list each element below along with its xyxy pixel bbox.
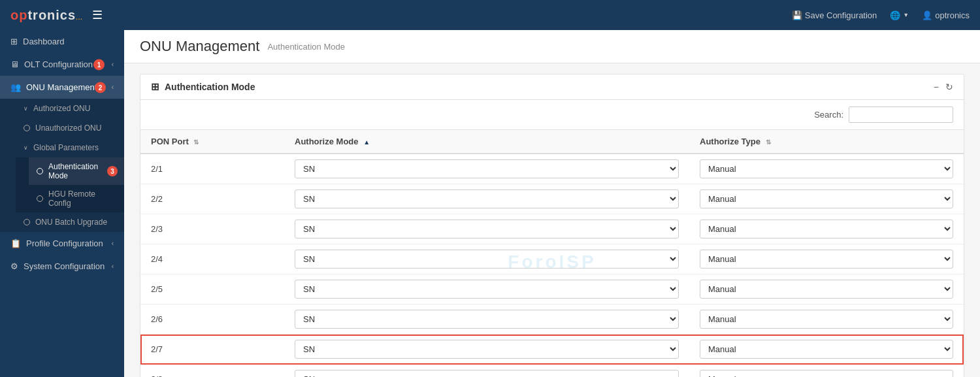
select-authorize-type[interactable]: ManualAuto — [700, 250, 953, 269]
table-row: 2/5SNPasswordSN+PasswordManualAuto — [140, 274, 964, 304]
cell-authorize-type[interactable]: ManualAuto — [689, 184, 964, 214]
select-authorize-type[interactable]: ManualAuto — [700, 310, 953, 329]
globe-icon: 🌐 — [890, 10, 900, 20]
search-label: Search: — [814, 110, 843, 120]
select-authorize-mode[interactable]: SNPasswordSN+Password — [295, 280, 679, 299]
cell-authorize-type[interactable]: ManualAuto — [689, 154, 964, 184]
cell-authorize-mode[interactable]: SNPasswordSN+Password — [284, 184, 689, 214]
sidebar-item-auth-mode[interactable]: Authentication Mode 3 — [29, 157, 124, 185]
select-authorize-type[interactable]: ManualAuto — [700, 280, 953, 299]
cell-authorize-mode[interactable]: SNPasswordSN+Password — [284, 244, 689, 274]
sidebar-item-hgu-remote[interactable]: HGU Remote Config — [29, 185, 124, 212]
logo-area: optronics... ☰ — [10, 8, 103, 23]
top-nav-right: 💾 Save Configuration 🌐 ▼ 👤 optronics — [792, 10, 970, 20]
panel-title-text: Authentication Mode — [165, 82, 255, 92]
top-navigation: optronics... ☰ 💾 Save Configuration 🌐 ▼ … — [0, 0, 980, 30]
select-authorize-type[interactable]: ManualAuto — [700, 159, 953, 178]
cell-authorize-mode[interactable]: SNPasswordSN+Password — [284, 274, 689, 304]
col-authorize-type[interactable]: Authorize Type ⇅ — [689, 130, 964, 154]
sidebar-label-onu-batch: ONU Batch Upgrade — [35, 218, 107, 227]
search-bar: Search: — [140, 100, 964, 130]
sidebar-label-hgu-remote: HGU Remote Config — [48, 189, 116, 208]
cell-pon-port: 2/4 — [140, 244, 284, 274]
sidebar-item-dashboard[interactable]: ⊞ Dashboard — [0, 30, 124, 53]
profile-chevron: ‹ — [112, 240, 114, 247]
sidebar-label-global-params: Global Parameters — [33, 143, 99, 152]
system-chevron: ‹ — [112, 263, 114, 270]
select-authorize-type[interactable]: ManualAuto — [700, 189, 953, 208]
select-authorize-type[interactable]: ManualAuto — [700, 220, 953, 238]
select-authorize-mode[interactable]: SNPasswordSN+Password — [295, 189, 679, 208]
sidebar-item-olt-config[interactable]: 🖥 OLT Configuration 1 ‹ — [0, 53, 124, 76]
cell-authorize-type[interactable]: ManualAuto — [689, 335, 964, 365]
table-header-row: PON Port ⇅ Authorize Mode ▲ Authorize Ty… — [140, 130, 964, 154]
sidebar-item-onu-mgmt[interactable]: 👥 ONU Management 2 ‹ — [0, 76, 124, 99]
sidebar-item-profile-config[interactable]: 📋 Profile Configuration ‹ — [0, 232, 124, 255]
hamburger-menu[interactable]: ☰ — [92, 8, 103, 22]
cell-authorize-type[interactable]: ManualAuto — [689, 365, 964, 378]
auth-mode-circle-icon — [37, 168, 43, 174]
cell-authorize-mode[interactable]: SNPasswordSN+Password — [284, 365, 689, 378]
refresh-icon[interactable]: ↻ — [945, 82, 953, 92]
table-container: ForoISP PON Port ⇅ Authoriz — [140, 130, 964, 377]
page-title: ONU Management — [140, 38, 259, 55]
page-header: ONU Management Authentication Mode — [124, 30, 980, 63]
select-authorize-mode[interactable]: SNPasswordSN+Password — [295, 310, 679, 329]
sort-icon-pon: ⇅ — [193, 139, 199, 146]
table-row: 2/4SNPasswordSN+PasswordManualAuto — [140, 244, 964, 274]
chevron-down-icon-global: ∨ — [24, 144, 28, 151]
sidebar-item-system-config[interactable]: ⚙ System Configuration ‹ — [0, 255, 124, 278]
table-row: 2/2SNPasswordSN+PasswordManualAuto — [140, 184, 964, 214]
col-pon-port-label: PON Port — [151, 137, 189, 146]
search-input[interactable] — [849, 107, 953, 123]
sidebar-item-onu-batch[interactable]: ONU Batch Upgrade — [16, 212, 124, 232]
save-configuration-button[interactable]: 💾 Save Configuration — [792, 10, 877, 20]
select-authorize-mode[interactable]: SNPasswordSN+Password — [295, 370, 679, 377]
olt-chevron: ‹ — [112, 61, 114, 68]
select-authorize-type[interactable]: ManualAuto — [700, 340, 953, 359]
col-authorize-mode[interactable]: Authorize Mode ▲ — [284, 130, 689, 154]
sidebar-item-authorized-onu[interactable]: ∨ Authorized ONU — [16, 99, 124, 118]
circle-icon — [24, 125, 30, 131]
chevron-down-icon: ∨ — [24, 105, 28, 112]
sidebar: ⊞ Dashboard 🖥 OLT Configuration 1 ‹ 👥 ON… — [0, 30, 124, 377]
onu-icon: 👥 — [10, 82, 21, 92]
table-wrap: PON Port ⇅ Authorize Mode ▲ Authorize Ty… — [140, 130, 964, 377]
sidebar-label-system-config: System Configuration — [24, 261, 105, 271]
onu-badge: 2 — [95, 82, 106, 93]
dashboard-icon: ⊞ — [10, 37, 18, 46]
cell-authorize-type[interactable]: ManualAuto — [689, 214, 964, 244]
select-authorize-type[interactable]: ManualAuto — [700, 370, 953, 377]
cell-authorize-type[interactable]: ManualAuto — [689, 274, 964, 304]
logo: optronics... — [10, 8, 83, 23]
select-authorize-mode[interactable]: SNPasswordSN+Password — [295, 250, 679, 269]
select-authorize-mode[interactable]: SNPasswordSN+Password — [295, 220, 679, 238]
profile-icon: 📋 — [10, 238, 21, 248]
cell-authorize-mode[interactable]: SNPasswordSN+Password — [284, 335, 689, 365]
sidebar-subsub-global: Authentication Mode 3 HGU Remote Config — [16, 157, 124, 212]
cell-pon-port: 2/5 — [140, 274, 284, 304]
save-config-label: Save Configuration — [805, 10, 877, 20]
cell-authorize-mode[interactable]: SNPasswordSN+Password — [284, 154, 689, 184]
panel-actions: − ↻ — [934, 82, 953, 92]
select-authorize-mode[interactable]: SNPasswordSN+Password — [295, 340, 679, 359]
cell-authorize-type[interactable]: ManualAuto — [689, 304, 964, 335]
cell-authorize-mode[interactable]: SNPasswordSN+Password — [284, 214, 689, 244]
cell-authorize-mode[interactable]: SNPasswordSN+Password — [284, 304, 689, 335]
cell-pon-port: 2/6 — [140, 304, 284, 335]
minimize-icon[interactable]: − — [934, 82, 939, 92]
sidebar-item-global-params[interactable]: ∨ Global Parameters — [16, 138, 124, 157]
cell-authorize-type[interactable]: ManualAuto — [689, 244, 964, 274]
sort-icon-auth-mode: ▲ — [363, 139, 370, 146]
table-row: 2/6SNPasswordSN+PasswordManualAuto — [140, 304, 964, 335]
language-selector[interactable]: 🌐 ▼ — [890, 10, 909, 20]
sidebar-label-dashboard: Dashboard — [23, 37, 65, 46]
sidebar-item-unauthorized-onu[interactable]: Unauthorized ONU — [16, 118, 124, 138]
cell-pon-port: 2/8 — [140, 365, 284, 378]
user-menu[interactable]: 👤 optronics — [922, 10, 970, 20]
sidebar-label-unauthorized-onu: Unauthorized ONU — [35, 123, 101, 133]
sidebar-label-auth-mode: Authentication Mode — [48, 162, 116, 180]
auth-mode-badge: 3 — [107, 166, 118, 176]
select-authorize-mode[interactable]: SNPasswordSN+Password — [295, 159, 679, 178]
col-pon-port[interactable]: PON Port ⇅ — [140, 130, 284, 154]
